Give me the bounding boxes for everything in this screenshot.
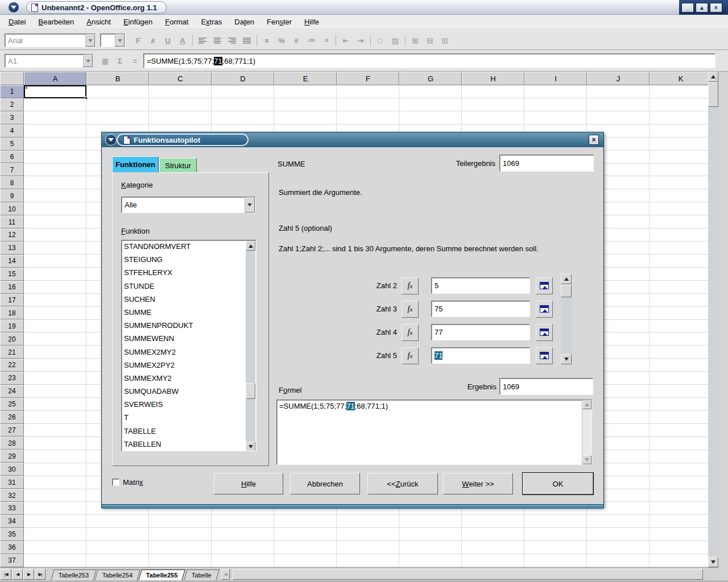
- format-percent-icon[interactable]: %: [274, 34, 289, 47]
- row-header-16[interactable]: 16: [0, 281, 24, 294]
- align-top-icon[interactable]: ⊞: [408, 34, 423, 47]
- function-item-summexmy2[interactable]: SUMMEXMY2: [122, 372, 256, 385]
- align-center-icon[interactable]: [210, 34, 225, 47]
- sum-icon[interactable]: Σ: [113, 54, 127, 68]
- shrink-button[interactable]: [536, 301, 553, 318]
- shrink-button[interactable]: [536, 277, 553, 294]
- sheet-tab-tabelle[interactable]: Tabelle: [184, 569, 219, 580]
- row-header-18[interactable]: 18: [0, 306, 24, 319]
- format-add-decimal-icon[interactable]: .00: [304, 34, 318, 47]
- shrink-button[interactable]: [536, 324, 553, 341]
- name-box-dropdown-button[interactable]: [83, 55, 93, 67]
- column-header-D[interactable]: D: [212, 72, 274, 85]
- function-list[interactable]: STANDNORMVERTSTEIGUNGSTFEHLERYXSTUNDESUC…: [121, 240, 257, 451]
- scroll-up-button[interactable]: [582, 400, 592, 409]
- column-header-E[interactable]: E: [274, 72, 337, 85]
- row-header-32[interactable]: 32: [0, 489, 24, 502]
- maximize-button[interactable]: ▲: [696, 3, 708, 13]
- row-header-25[interactable]: 25: [0, 398, 24, 411]
- function-item-steigung[interactable]: STEIGUNG: [122, 253, 256, 267]
- fx-button[interactable]: fx: [402, 277, 419, 294]
- sheet-tab-tabelle253[interactable]: Tabelle253: [51, 569, 97, 580]
- weiter-button[interactable]: Weiter >>: [443, 473, 513, 494]
- scroll-up-button[interactable]: [561, 274, 572, 284]
- row-header-29[interactable]: 29: [0, 450, 24, 463]
- increase-indent-icon[interactable]: ⇥: [353, 34, 368, 47]
- row-header-37[interactable]: 37: [0, 554, 24, 567]
- shrink-button[interactable]: [536, 347, 553, 364]
- fx-button[interactable]: fx: [402, 347, 419, 364]
- tab-struktur[interactable]: Struktur: [159, 158, 197, 173]
- function-item-sumquadabw[interactable]: SUMQUADABW: [122, 385, 256, 398]
- argument-input-zahl2[interactable]: 5: [431, 277, 530, 294]
- font-size-dropdown-button[interactable]: [115, 34, 125, 47]
- align-center-vertical-icon[interactable]: ⊟: [423, 34, 437, 47]
- menu-item-extras[interactable]: Extras: [195, 16, 228, 28]
- row-header-33[interactable]: 33: [0, 502, 24, 515]
- row-header-21[interactable]: 21: [0, 346, 24, 359]
- underline-icon[interactable]: U: [160, 34, 175, 47]
- menu-item-daten[interactable]: Daten: [228, 16, 260, 28]
- column-header-H[interactable]: H: [462, 72, 524, 85]
- row-header-8[interactable]: 8: [0, 176, 24, 189]
- argument-scrollbar[interactable]: [561, 274, 572, 364]
- align-bottom-icon[interactable]: ⊡: [437, 34, 452, 47]
- sheet-tab-tabelle255[interactable]: Tabelle255: [139, 569, 186, 580]
- row-header-24[interactable]: 24: [0, 385, 24, 398]
- row-header-20[interactable]: 20: [0, 332, 24, 346]
- row-header-6[interactable]: 6: [0, 151, 24, 164]
- column-header-C[interactable]: C: [149, 72, 212, 85]
- font-name-combo[interactable]: Arial: [5, 34, 96, 47]
- row-header-31[interactable]: 31: [0, 476, 24, 489]
- menu-item-format[interactable]: Format: [159, 16, 195, 28]
- argument-input-zahl5[interactable]: 71: [431, 347, 530, 364]
- row-header-27[interactable]: 27: [0, 424, 24, 437]
- column-header-F[interactable]: F: [337, 72, 399, 85]
- function-item-sverweis[interactable]: SVERWEIS: [122, 398, 256, 411]
- function-item-tabellen[interactable]: TABELLEN: [122, 438, 256, 451]
- row-header-9[interactable]: 9: [0, 189, 24, 202]
- row-header-23[interactable]: 23: [0, 372, 24, 385]
- formula-box-scrollbar[interactable]: [582, 400, 592, 464]
- row-header-11[interactable]: 11: [0, 215, 24, 228]
- horizontal-scroll-thumb[interactable]: [233, 569, 703, 580]
- tab-funktionen[interactable]: Funktionen: [112, 156, 159, 173]
- row-header-4[interactable]: 4: [0, 124, 24, 138]
- scroll-up-button[interactable]: [246, 241, 255, 251]
- italic-icon[interactable]: k: [146, 34, 160, 47]
- matrix-checkbox[interactable]: [112, 479, 119, 486]
- row-header-17[interactable]: 17: [0, 294, 24, 307]
- column-header-J[interactable]: J: [587, 72, 650, 85]
- align-right-icon[interactable]: [225, 34, 239, 47]
- zurck-button[interactable]: << Zurück: [367, 473, 438, 494]
- dialog-menu-button[interactable]: [105, 134, 117, 146]
- dialog-close-button[interactable]: ×: [589, 135, 599, 145]
- scroll-down-button[interactable]: [246, 442, 255, 451]
- menu-item-datei[interactable]: Datei: [2, 16, 32, 28]
- function-item-t[interactable]: T: [122, 411, 256, 425]
- menu-item-bearbeiten[interactable]: Bearbeiten: [32, 16, 80, 28]
- abbrechen-button[interactable]: Abbrechen: [290, 473, 360, 494]
- hilfe-button[interactable]: Hilfe: [214, 473, 283, 494]
- menu-item-einfgen[interactable]: Einfügen: [117, 16, 159, 28]
- function-item-stfehleryx[interactable]: STFEHLERYX: [122, 267, 256, 280]
- row-header-36[interactable]: 36: [0, 541, 24, 554]
- row-header-28[interactable]: 28: [0, 436, 24, 450]
- horizontal-scrollbar[interactable]: [232, 569, 707, 580]
- previous-sheet-icon[interactable]: ◀: [12, 569, 23, 580]
- row-header-7[interactable]: 7: [0, 163, 24, 176]
- column-header-I[interactable]: I: [524, 72, 587, 85]
- align-left-icon[interactable]: [195, 34, 210, 47]
- dialog-titlebar[interactable]: Funktionsautopilot ×: [102, 132, 603, 147]
- row-header-22[interactable]: 22: [0, 359, 24, 372]
- column-header-B[interactable]: B: [86, 72, 149, 85]
- menu-item-fenster[interactable]: Fenster: [260, 16, 298, 28]
- scroll-down-button[interactable]: [582, 455, 592, 464]
- vertical-scroll-thumb[interactable]: [708, 82, 718, 107]
- format-standard-icon[interactable]: #: [289, 34, 304, 47]
- format-delete-decimal-icon[interactable]: .0: [318, 34, 333, 47]
- row-header-10[interactable]: 10: [0, 202, 24, 215]
- tab-scroll-left-button[interactable]: ◀: [221, 569, 230, 580]
- function-list-scrollbar[interactable]: [246, 241, 255, 451]
- menu-item-hilfe[interactable]: Hilfe: [298, 16, 325, 28]
